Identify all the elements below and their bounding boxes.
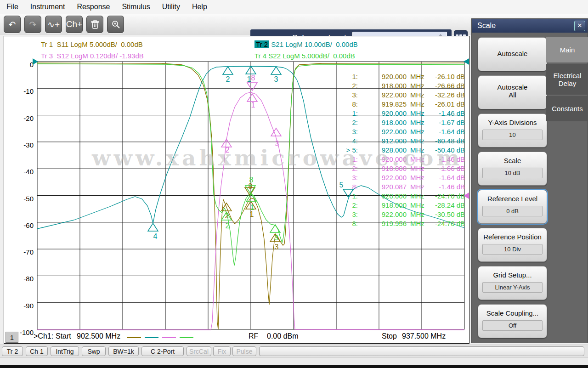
panel-button-label: Y-Axis Divisions: [478, 114, 547, 126]
status-button-ch-1[interactable]: Ch 1: [26, 346, 48, 356]
marker-table-row: 3:922.000MHz-1.64 dB: [344, 173, 467, 182]
active-trace-chip[interactable]: Tr 2: [254, 40, 269, 48]
panel-button-autoscale[interactable]: Autoscale: [478, 37, 547, 71]
marker-table-row: 3:922.000MHz-32.26 dB: [344, 91, 467, 100]
marker-2-s21: [223, 67, 233, 74]
rf-value[interactable]: 0.00 dBm: [267, 332, 298, 340]
panel-tab-electrical-delay[interactable]: Electrical Delay: [546, 64, 588, 95]
panel-button-grid-setup[interactable]: Grid Setup...Linear Y-Axis: [478, 266, 547, 300]
status-button-swp[interactable]: Swp: [82, 346, 106, 356]
channel-info-row: >Ch1: Start 902.500 MHz RF 0.00 dBm Stop…: [4, 332, 469, 343]
panel-button-label: Autoscale All: [478, 76, 547, 99]
marker-label: 2: [226, 222, 230, 230]
redo-button[interactable]: ↷: [24, 16, 41, 33]
panel-tab-constants[interactable]: Constants: [546, 96, 588, 121]
add-trace-button[interactable]: ∿+: [45, 16, 62, 33]
add-channel-button[interactable]: Ch+: [66, 16, 83, 33]
menu-item-instrument[interactable]: Instrument: [30, 3, 65, 11]
vna-application-window: FileInstrumentResponseStimulusUtilityHel…: [0, 0, 588, 368]
status-bar: Tr 2Ch 1IntTrigSwpBW=1kC 2-PortSrcCalFix…: [0, 345, 588, 358]
panel-button-label: Scale Coupling...: [478, 305, 547, 317]
panel-button-reference-level[interactable]: Reference Level0 dB: [478, 190, 547, 224]
panel-button-reference-position[interactable]: Reference Position10 Div: [478, 228, 547, 262]
marker-label: 2: [226, 75, 230, 83]
y-axis-tick-label: -10: [10, 87, 34, 95]
marker-table-row: 1:920.000MHz-26.10 dB: [344, 72, 467, 81]
status-button-srccal[interactable]: SrcCal: [187, 346, 211, 356]
marker-table-row: 8:919.956MHz-24.70 dB: [344, 219, 467, 228]
trace3-label[interactable]: Tr 3 S12 LogM 0.120dB/ -1.93dB: [41, 52, 144, 60]
marker-table-row: 1:920.000MHz-1.46 dB: [344, 155, 467, 164]
y-axis-tick-label: -50: [10, 195, 34, 203]
y-axis-tick-label: -80: [10, 275, 34, 283]
menu-item-help[interactable]: Help: [192, 3, 207, 11]
marker-table-row: 3:922.000MHz-1.64 dB: [344, 127, 467, 136]
trace2-label[interactable]: Tr 2 S21 LogM 10.00dB/ 0.00dB: [254, 40, 358, 48]
marker-table-row: 2:918.000MHz-1.67 dB: [344, 118, 467, 127]
panel-button-value: Linear Y-Axis: [482, 282, 543, 293]
marker-3-s21: [271, 67, 281, 74]
window-bottom-edge: [0, 365, 588, 368]
trace1-swatch: [127, 337, 141, 338]
menu-item-file[interactable]: File: [6, 3, 18, 11]
y-axis-tick-label: -90: [10, 302, 34, 310]
menu-item-utility[interactable]: Utility: [162, 3, 180, 11]
marker-label: 3: [274, 75, 278, 83]
panel-button-scale[interactable]: Scale10 dB: [478, 152, 547, 186]
panel-button-scale-coupling[interactable]: Scale Coupling...Off: [478, 304, 547, 338]
status-button-bw-1k[interactable]: BW=1k: [108, 346, 139, 356]
zoom-button[interactable]: [107, 16, 124, 33]
start-label: Start: [56, 332, 71, 340]
panel-button-label: Grid Setup...: [478, 266, 547, 279]
marker-label: 1: [250, 210, 254, 218]
panel-button-value: Off: [482, 320, 543, 331]
panel-close-button[interactable]: ✕: [574, 21, 585, 31]
status-button-inttrig[interactable]: IntTrig: [51, 346, 79, 356]
panel-button-value: 10: [482, 130, 543, 140]
status-substrip: [0, 357, 588, 366]
marker-table-row: 4:912.000MHz-60.48 dB: [344, 136, 467, 146]
y-axis-tick-label: -70: [10, 248, 34, 256]
marker-label: 3: [275, 243, 279, 251]
status-button-pulse[interactable]: Pulse: [232, 346, 256, 356]
panel-tab-main[interactable]: Main: [546, 37, 588, 62]
marker-table-row: 2:918.000MHz-1.66 dB: [344, 164, 467, 173]
scale-side-panel: Scale ✕ AutoscaleAutoscale AllY-Axis Div…: [471, 18, 588, 343]
menu-item-stimulus[interactable]: Stimulus: [122, 3, 150, 11]
marker-table-row: 8:919.825MHz-26.01 dB: [344, 100, 467, 109]
marker-label: 1: [247, 75, 251, 83]
panel-button-label: Reference Level: [478, 190, 547, 203]
stop-value[interactable]: 937.500 MHz: [402, 332, 446, 340]
status-button-fix[interactable]: Fix: [213, 346, 231, 356]
status-button-tr-2[interactable]: Tr 2: [2, 346, 23, 356]
panel-button-y-axis-divisions[interactable]: Y-Axis Divisions10: [478, 113, 547, 147]
magnifier-plus-icon: [111, 20, 120, 29]
trash-icon: [91, 20, 99, 29]
menu-item-response[interactable]: Response: [77, 3, 110, 11]
status-button-empty[interactable]: [259, 346, 584, 356]
y-axis-tick-label: -20: [10, 114, 34, 122]
marker-table-row: 1:920.000MHz-1.46 dB: [344, 109, 467, 118]
panel-button-label: Autoscale: [478, 38, 547, 57]
panel-button-value: 10 Div: [482, 244, 543, 255]
marker-label: 8: [249, 176, 254, 184]
trace4-swatch: [180, 337, 193, 338]
start-value[interactable]: 902.500 MHz: [77, 332, 120, 340]
undo-button[interactable]: ↶: [4, 16, 21, 33]
status-button-c-2-port[interactable]: C 2-Port: [141, 346, 184, 356]
panel-button-label: Reference Position: [478, 228, 547, 241]
trace3-swatch: [162, 337, 176, 338]
delete-button[interactable]: [86, 16, 103, 33]
y-axis-tick-label: -30: [10, 141, 34, 149]
panel-button-autoscale-all[interactable]: Autoscale All: [478, 75, 547, 109]
trace4-label[interactable]: Tr 4 S22 LogM 5.000dB/ 0.00dB: [254, 52, 355, 60]
marker-table-row: 3:922.000MHz-30.50 dB: [344, 210, 467, 219]
trace1-label[interactable]: Tr 1 S11 LogM 5.000dB/ 0.00dB: [41, 40, 143, 48]
y-axis-tick-label: -40: [10, 168, 34, 176]
marker-8-s12: [247, 83, 257, 91]
channel-number-box[interactable]: 1: [6, 332, 18, 343]
rf-label: RF: [249, 332, 258, 340]
marker-table-row: 8:920.087MHz-1.46 dB: [344, 182, 467, 192]
marker-table-row: 1:920.000MHz-24.70 dB: [344, 192, 467, 201]
marker-table-row: 2:918.000MHz-26.66 dB: [344, 81, 467, 91]
